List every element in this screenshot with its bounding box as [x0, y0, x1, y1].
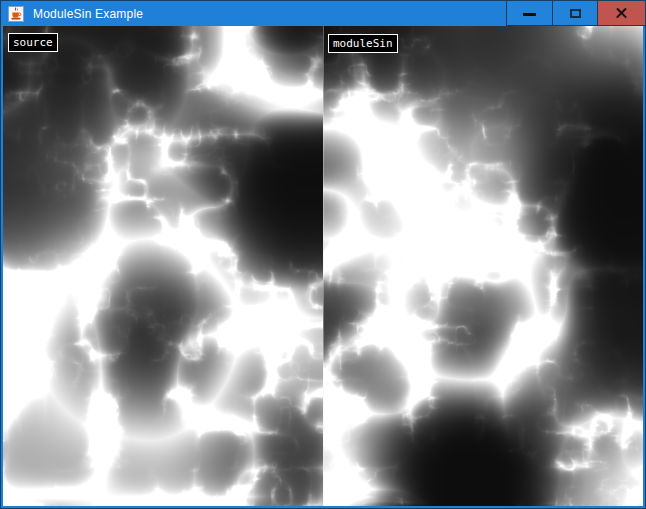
minimize-button[interactable] — [506, 1, 552, 26]
close-button[interactable] — [597, 1, 645, 26]
image-panels-area: source moduleSin — [3, 26, 643, 506]
minimize-icon — [523, 13, 536, 16]
window-controls — [506, 1, 645, 26]
application-window: ModuleSin Example source moduleSin — [0, 0, 646, 509]
maximize-button[interactable] — [552, 1, 597, 26]
maximize-icon — [570, 9, 581, 18]
close-icon — [616, 8, 627, 19]
window-title: ModuleSin Example — [33, 7, 143, 21]
noise-texture-canvas — [3, 26, 643, 506]
java-coffee-cup-icon — [8, 6, 24, 22]
source-image-label: source — [8, 33, 58, 52]
titlebar[interactable]: ModuleSin Example — [1, 1, 645, 26]
modulesin-image-label: moduleSin — [328, 34, 398, 53]
